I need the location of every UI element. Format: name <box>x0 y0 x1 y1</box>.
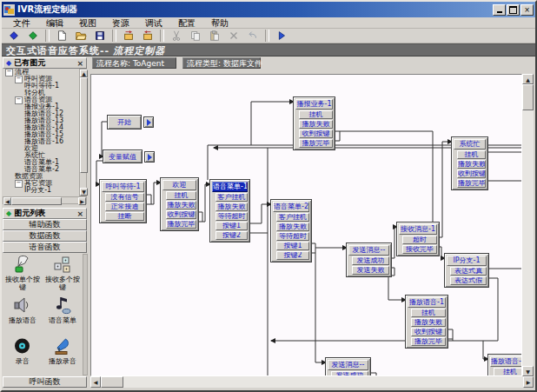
nav-forward-button[interactable] <box>23 29 43 43</box>
node-exit-客户挂机[interactable]: 客户挂机 <box>215 193 248 202</box>
menu-3[interactable]: 资源 <box>104 17 137 29</box>
canvas-scroll-left-icon[interactable]: ◀ <box>90 376 101 388</box>
tree-scroll-right-icon[interactable]: ▶ <box>78 197 86 205</box>
minimize-button[interactable] <box>493 4 506 16</box>
node-exit-发送失败[interactable]: 发送失败 <box>352 266 389 275</box>
new-button[interactable] <box>52 29 71 43</box>
save-button[interactable] <box>90 29 109 43</box>
flow-export-button[interactable] <box>138 29 157 43</box>
palette-item-接收多个按键[interactable]: 接收多个按键 <box>43 254 82 295</box>
node-play-button[interactable] <box>144 151 155 163</box>
node-exit-按键2[interactable]: 按键2 <box>215 231 248 240</box>
flow-node-呼叫等待-1[interactable]: 呼叫等待-1没有信号正常接通挂断 <box>99 179 147 223</box>
node-exit-按键2[interactable]: 按键2 <box>276 251 309 260</box>
flow-node-语音菜单-2[interactable]: 语音菜单-2客户挂机播放失败等待超时按键1按键2 <box>270 199 312 262</box>
node-exit-挂机[interactable]: 挂机 <box>411 309 446 317</box>
tree-scroll-down-icon[interactable]: ▼ <box>80 188 88 196</box>
node-exit-播放失败[interactable]: 播放失败 <box>457 160 486 169</box>
tree-hscroll-thumb[interactable] <box>11 197 62 205</box>
canvas-scroll-down-icon[interactable]: ▼ <box>522 366 534 376</box>
tree-collapse-icon[interactable]: − <box>15 76 23 83</box>
palette-item-语音菜单[interactable]: 语音菜单 <box>43 295 82 336</box>
canvas-scroll-right-icon[interactable]: ▶ <box>523 376 534 388</box>
tree-collapse-icon[interactable]: − <box>5 69 13 76</box>
flow-node-语音菜单-1[interactable]: 语音菜单-1客户挂机播放失败等待超时按键1按键2 <box>209 179 250 243</box>
node-title[interactable]: 发送消息-- <box>328 360 368 370</box>
node-exit-播放完毕[interactable]: 播放完毕 <box>411 337 446 346</box>
palette-item-播放录音[interactable]: 播放录音 <box>43 336 82 376</box>
node-exit-客户挂机[interactable]: 客户挂机 <box>276 213 309 222</box>
flow-node-欢迎[interactable]: 欢迎挂机播放失败收到按键播放完毕 <box>160 177 199 231</box>
node-exit-没有信号[interactable]: 没有信号 <box>105 193 144 202</box>
palette-item-接收单个按键[interactable]: 接收单个按键 <box>3 254 42 295</box>
node-exit-表达式真[interactable]: 表达式真 <box>450 267 487 276</box>
node-exit-按键1[interactable]: 按键1 <box>215 222 248 230</box>
palette-item-录音[interactable]: 录音 <box>3 336 42 376</box>
node-exit-发送成功[interactable]: 发送成功 <box>352 256 389 265</box>
flow-node-播放语音-1[interactable]: 播放语音-1挂机播放失败收到按键播放完毕 <box>487 354 522 376</box>
node-exit-按键1[interactable]: 按键1 <box>276 242 309 250</box>
node-exit-挂机[interactable]: 挂机 <box>457 150 486 159</box>
node-title[interactable]: 语音菜单-1 <box>212 182 248 192</box>
flow-node-发送消息--[interactable]: 发送消息--发送成功发送失败 <box>346 243 392 277</box>
panel-close-icon[interactable]: × <box>76 209 83 218</box>
node-exit-挂断[interactable]: 挂断 <box>105 212 144 221</box>
node-exit-收到按键[interactable]: 收到按键 <box>457 169 486 178</box>
tree-vscroll-thumb[interactable] <box>80 77 88 173</box>
tree-scroll-up-icon[interactable]: ▲ <box>80 70 88 77</box>
flow-node-发送消息--[interactable]: 发送消息--发送成功发送失败 <box>325 357 371 376</box>
category-0[interactable]: 辅助函数 <box>3 219 87 230</box>
node-title[interactable]: 播放语音-1 <box>408 297 446 308</box>
canvas-hscroll-thumb[interactable] <box>101 376 123 388</box>
tree-hscrollbar[interactable]: ◀ ▶ <box>3 196 87 204</box>
node-exit-播放失败[interactable]: 播放失败 <box>215 203 248 211</box>
node-title[interactable]: 接收消息-1 <box>399 224 437 235</box>
flow-node-变量赋值[interactable]: 变量赋值 <box>103 149 143 163</box>
node-exit-正常接通[interactable]: 正常接通 <box>105 203 144 211</box>
flow-node-播放语音-1[interactable]: 播放语音-1挂机播放失败收到按键播放完毕 <box>405 295 448 349</box>
node-exit-播放失败[interactable]: 播放失败 <box>299 120 333 129</box>
node-exit-等待超时[interactable]: 等待超时 <box>276 232 309 241</box>
flow-node-接收消息-1[interactable]: 接收消息-1超时接收完毕 <box>396 222 440 256</box>
menu-2[interactable]: 视图 <box>71 17 104 29</box>
node-exit-挂机[interactable]: 挂机 <box>166 191 196 200</box>
node-exit-播放失败[interactable]: 播放失败 <box>276 223 309 231</box>
node-exit-收到按键[interactable]: 收到按键 <box>299 130 333 138</box>
canvas-hscrollbar[interactable]: ◀ ▶ <box>90 376 534 388</box>
node-exit-超时[interactable]: 超时 <box>402 236 437 244</box>
palette-item-播放语音[interactable]: 播放语音 <box>3 295 42 336</box>
menu-4[interactable]: 调试 <box>137 17 170 29</box>
menu-1[interactable]: 编辑 <box>38 17 71 29</box>
node-exit-播放完毕[interactable]: 播放完毕 <box>457 179 486 188</box>
panel-close-icon[interactable]: × <box>76 59 83 68</box>
canvas-scroll-up-icon[interactable]: ▲ <box>522 74 534 84</box>
category-1[interactable]: 数据函数 <box>3 230 87 242</box>
node-exit-挂机[interactable]: 挂机 <box>494 368 522 376</box>
flow-node-系统忙[interactable]: 系统忙挂机播放失败收到按键播放完毕 <box>451 136 488 190</box>
tree-collapse-icon[interactable]: − <box>15 180 23 188</box>
node-play-button[interactable] <box>143 116 154 128</box>
node-exit-挂机[interactable]: 挂机 <box>299 110 333 119</box>
tree-collapse-icon[interactable]: − <box>15 96 23 104</box>
node-title[interactable]: 语音菜单-2 <box>273 202 309 212</box>
tree-item-播放语音-16[interactable]: 播放语音-16 <box>3 138 87 145</box>
node-title[interactable]: 呼叫等待-1 <box>102 182 144 192</box>
canvas-vscrollbar[interactable]: ▲ ▼ <box>522 74 534 376</box>
nav-back-button[interactable] <box>4 29 23 43</box>
flow-canvas[interactable]: 开始变量赋值呼叫等待-1没有信号正常接通挂断欢迎挂机播放失败收到按键播放完毕语音… <box>90 74 522 376</box>
node-exit-表达式假[interactable]: 表达式假 <box>450 276 487 285</box>
menu-0[interactable]: 文件 <box>5 17 38 29</box>
canvas-vscroll-thumb[interactable] <box>522 84 534 110</box>
node-exit-接收完毕[interactable]: 接收完毕 <box>402 245 437 254</box>
tree-vscrollbar[interactable]: ▲ ▼ <box>79 69 87 196</box>
run-button[interactable] <box>272 29 291 43</box>
open-button[interactable] <box>71 29 90 43</box>
menu-5[interactable]: 配置 <box>170 17 203 29</box>
node-title[interactable]: 播放语音-1 <box>490 356 522 367</box>
node-title[interactable]: IP分支-1 <box>447 256 487 266</box>
node-exit-播放失败[interactable]: 播放失败 <box>411 318 446 327</box>
node-exit-收到按键[interactable]: 收到按键 <box>411 328 446 336</box>
node-title[interactable]: 发送消息-- <box>348 245 389 256</box>
node-exit-收到按键[interactable]: 收到按键 <box>166 210 196 219</box>
category-call-functions[interactable]: 呼叫函数 <box>3 376 87 388</box>
